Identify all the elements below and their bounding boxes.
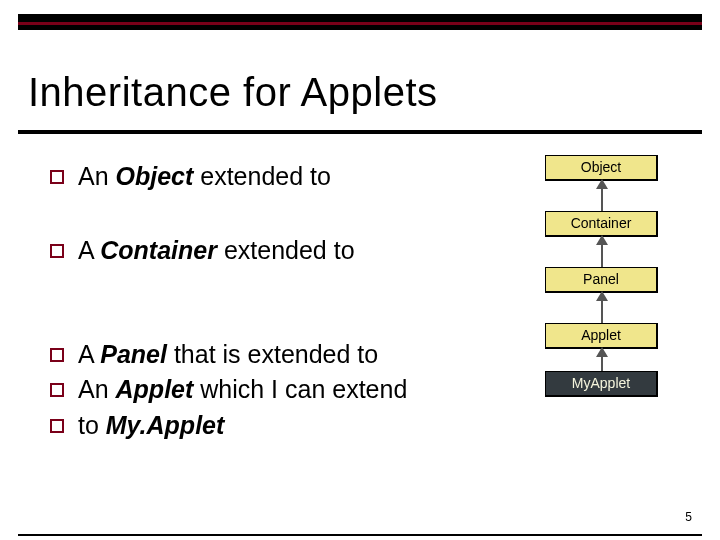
slide-title: Inheritance for Applets — [28, 70, 438, 115]
bullet-item: An Applet which I can extend — [50, 373, 490, 407]
bullet-item: A Container extended to — [50, 234, 490, 268]
bullet-text: A Container extended to — [78, 234, 355, 268]
bullet-item: A Panel that is extended to — [50, 338, 490, 372]
bullet-text: An Object extended to — [78, 160, 331, 194]
bullet-square-icon — [50, 244, 64, 258]
bullet-square-icon — [50, 348, 64, 362]
top-border-strip — [18, 14, 702, 30]
bullet-item: to My.Applet — [50, 409, 490, 443]
bullet-text: A Panel that is extended to — [78, 338, 378, 372]
diagram-connector — [601, 293, 603, 323]
diagram-connector — [601, 181, 603, 211]
bottom-border — [18, 534, 702, 536]
inheritance-diagram: Object Container Panel Applet MyApplet — [519, 155, 684, 397]
page-number: 5 — [685, 510, 692, 524]
title-underline — [18, 130, 702, 134]
bullet-text: An Applet which I can extend — [78, 373, 407, 407]
diagram-connector — [601, 237, 603, 267]
diagram-node-object: Object — [545, 155, 658, 181]
diagram-node-panel: Panel — [545, 267, 658, 293]
bullet-square-icon — [50, 383, 64, 397]
bullet-square-icon — [50, 170, 64, 184]
diagram-node-myapplet: MyApplet — [545, 371, 658, 397]
bullet-item: An Object extended to — [50, 160, 490, 194]
bullet-list: An Object extended to A Container extend… — [50, 160, 490, 480]
diagram-node-applet: Applet — [545, 323, 658, 349]
diagram-connector — [601, 349, 603, 371]
bullet-square-icon — [50, 419, 64, 433]
diagram-node-container: Container — [545, 211, 658, 237]
bullet-text: to My.Applet — [78, 409, 224, 443]
